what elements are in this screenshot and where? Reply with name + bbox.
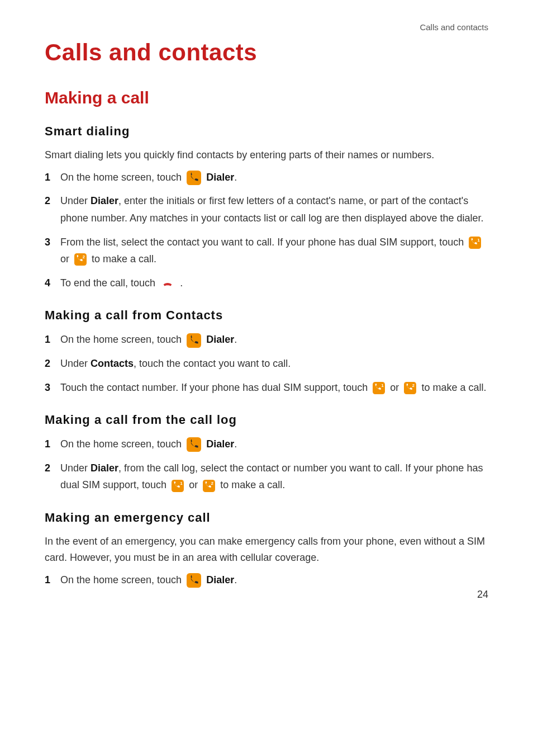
step-item: 1 On the home screen, touch Dialer. xyxy=(45,436,488,453)
step-item: 3 From the list, select the contact you … xyxy=(45,234,488,268)
step-text: To end the call, touch xyxy=(60,277,158,289)
step-text: Under xyxy=(60,195,91,206)
step-text: or xyxy=(390,382,402,393)
step-body: Under Dialer, from the call log, select … xyxy=(60,460,488,494)
end-call-icon xyxy=(160,277,175,290)
step-item: 2 Under Dialer, from the call log, selec… xyxy=(45,460,488,494)
step-text: On the home screen, touch xyxy=(60,438,184,450)
step-item: 2 Under Dialer, enter the initials or fi… xyxy=(45,192,488,226)
step-body: On the home screen, touch Dialer. xyxy=(60,571,488,589)
dialer-icon xyxy=(187,573,201,588)
step-bold: Dialer xyxy=(91,195,118,206)
intro-smart-dialing: Smart dialing lets you quickly find cont… xyxy=(45,147,488,163)
step-bold: Dialer xyxy=(206,334,234,345)
step-text: . xyxy=(234,334,237,345)
step-text: . xyxy=(234,574,237,585)
step-text: , touch the contact you want to call. xyxy=(134,358,291,369)
running-header: Calls and contacts xyxy=(420,22,488,32)
step-item: 1 On the home screen, touch Dialer. xyxy=(45,571,488,589)
step-body: On the home screen, touch Dialer. xyxy=(60,331,488,348)
step-number: 1 xyxy=(45,436,56,453)
heading-from-log: Making a call from the call log xyxy=(45,413,488,427)
step-text: . xyxy=(234,172,237,183)
step-text: . xyxy=(180,277,183,289)
step-number: 3 xyxy=(45,234,56,251)
step-body: On the home screen, touch Dialer. xyxy=(60,169,488,186)
step-text: Under xyxy=(60,462,91,474)
step-text: , enter the initials or first few letter… xyxy=(60,195,483,224)
phone-sim2-icon xyxy=(203,480,215,492)
step-number: 4 xyxy=(45,275,56,292)
step-number: 2 xyxy=(45,460,56,477)
heading-from-contacts: Making a call from Contacts xyxy=(45,308,488,323)
step-text: On the home screen, touch xyxy=(60,334,184,345)
step-bold: Dialer xyxy=(206,574,234,585)
step-number: 1 xyxy=(45,169,56,186)
step-item: 1 On the home screen, touch Dialer. xyxy=(45,331,488,348)
step-number: 1 xyxy=(45,571,56,589)
step-number: 1 xyxy=(45,331,56,348)
section-title-making-call: Making a call xyxy=(45,88,488,107)
phone-sim1-icon xyxy=(469,237,481,249)
step-text: Touch the contact number. If your phone … xyxy=(60,382,370,393)
step-body: From the list, select the contact you wa… xyxy=(60,234,488,268)
step-text: or xyxy=(60,253,72,264)
heading-emergency: Making an emergency call xyxy=(45,511,488,525)
phone-sim2-icon xyxy=(404,382,416,394)
step-body: Under Dialer, enter the initials or firs… xyxy=(60,192,488,226)
intro-emergency: In the event of an emergency, you can ma… xyxy=(45,533,488,566)
step-body: Under Contacts, touch the contact you wa… xyxy=(60,355,488,372)
step-body: On the home screen, touch Dialer. xyxy=(60,436,488,453)
step-bold: Contacts xyxy=(91,358,134,369)
step-text: to make a call. xyxy=(220,479,285,490)
step-text: to make a call. xyxy=(421,382,486,393)
step-item: 3 Touch the contact number. If your phon… xyxy=(45,379,488,396)
dialer-icon xyxy=(187,171,201,185)
step-text: or xyxy=(189,479,201,490)
step-number: 2 xyxy=(45,355,56,372)
step-text: From the list, select the contact you wa… xyxy=(60,237,467,248)
step-text: to make a call. xyxy=(92,253,156,264)
step-number: 3 xyxy=(45,379,56,396)
phone-sim1-icon xyxy=(172,480,184,492)
step-text: . xyxy=(234,438,237,450)
step-item: 4 To end the call, touch . xyxy=(45,275,488,292)
step-bold: Dialer xyxy=(91,462,118,474)
heading-smart-dialing: Smart dialing xyxy=(45,124,488,139)
page-number: 24 xyxy=(477,589,488,601)
step-body: Touch the contact number. If your phone … xyxy=(60,379,488,396)
step-text: Under xyxy=(60,358,91,369)
step-item: 2 Under Contacts, touch the contact you … xyxy=(45,355,488,372)
step-bold: Dialer xyxy=(206,438,234,450)
step-number: 2 xyxy=(45,192,56,210)
phone-sim2-icon xyxy=(74,253,87,266)
step-text: On the home screen, touch xyxy=(60,172,184,183)
step-bold: Dialer xyxy=(206,172,234,183)
step-text: On the home screen, touch xyxy=(60,574,184,585)
dialer-icon xyxy=(187,437,201,452)
step-body: To end the call, touch . xyxy=(60,275,488,292)
page-title: Calls and contacts xyxy=(45,39,488,66)
dialer-icon xyxy=(187,333,201,348)
step-item: 1 On the home screen, touch Dialer. xyxy=(45,169,488,186)
phone-sim1-icon xyxy=(373,382,385,394)
